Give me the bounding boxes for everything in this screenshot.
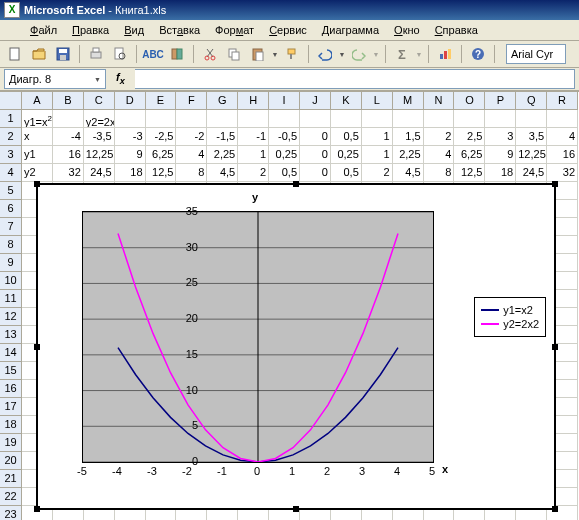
redo-icon[interactable]	[348, 43, 370, 65]
cell[interactable]: 3	[485, 128, 516, 146]
cell[interactable]: 24,5	[84, 164, 115, 182]
row-header[interactable]: 23	[0, 506, 22, 520]
col-header[interactable]: G	[207, 92, 238, 110]
col-header[interactable]: H	[238, 92, 269, 110]
paste-dropdown[interactable]: ▼	[271, 51, 279, 58]
cell[interactable]	[485, 110, 516, 128]
plot-area[interactable]	[82, 211, 434, 463]
cell[interactable]: y1=x2	[22, 110, 53, 128]
row-header[interactable]: 11	[0, 290, 22, 308]
row-header[interactable]: 10	[0, 272, 22, 290]
cell[interactable]: 6,25	[454, 146, 485, 164]
preview-icon[interactable]	[109, 43, 131, 65]
cell[interactable]: 16	[547, 146, 578, 164]
cell[interactable]: 2	[424, 128, 455, 146]
col-header[interactable]: N	[424, 92, 455, 110]
col-header[interactable]: K	[331, 92, 362, 110]
col-header[interactable]: P	[485, 92, 516, 110]
cell[interactable]	[176, 110, 207, 128]
cell[interactable]: 9	[485, 146, 516, 164]
col-header[interactable]: F	[176, 92, 207, 110]
redo-dropdown[interactable]: ▼	[372, 51, 380, 58]
menu-edit[interactable]: Правка	[66, 22, 115, 38]
row-header[interactable]: 8	[0, 236, 22, 254]
row-header[interactable]: 18	[0, 416, 22, 434]
cell[interactable]	[207, 110, 238, 128]
cell[interactable]: 0,25	[331, 146, 362, 164]
cell[interactable]: 2	[238, 164, 269, 182]
cell[interactable]	[115, 110, 146, 128]
menu-chart[interactable]: Диаграмма	[316, 22, 385, 38]
cell[interactable]	[393, 110, 424, 128]
cell[interactable]: 12,5	[454, 164, 485, 182]
cell[interactable]: 0,5	[331, 128, 362, 146]
row-header[interactable]: 4	[0, 164, 22, 182]
cell[interactable]: -3	[115, 128, 146, 146]
copy-icon[interactable]	[223, 43, 245, 65]
cell[interactable]: 2,25	[207, 146, 238, 164]
cell[interactable]: 18	[115, 164, 146, 182]
chart-wizard-icon[interactable]	[434, 43, 456, 65]
cell[interactable]: -1,5	[207, 128, 238, 146]
cell[interactable]	[331, 110, 362, 128]
cell[interactable]: 0,5	[331, 164, 362, 182]
row-header[interactable]: 19	[0, 434, 22, 452]
cell[interactable]: 0	[300, 146, 331, 164]
cell[interactable]: 1	[238, 146, 269, 164]
sum-dropdown[interactable]: ▼	[415, 51, 423, 58]
row-header[interactable]: 9	[0, 254, 22, 272]
cell[interactable]: 8	[176, 164, 207, 182]
cell[interactable]: 12,25	[84, 146, 115, 164]
cell[interactable]: 4	[547, 128, 578, 146]
select-all-corner[interactable]	[0, 92, 22, 110]
cell[interactable]: 12,25	[516, 146, 547, 164]
paste-icon[interactable]	[247, 43, 269, 65]
undo-icon[interactable]	[314, 43, 336, 65]
row-header[interactable]: 7	[0, 218, 22, 236]
cell[interactable]: 1,5	[393, 128, 424, 146]
cell[interactable]	[146, 110, 177, 128]
row-header[interactable]: 2	[0, 128, 22, 146]
chart-object[interactable]: y x y1=x2 y2=2x2 35302520151050 -5-4-3-2…	[36, 183, 556, 510]
name-box[interactable]: Диагр. 8▼	[4, 69, 106, 89]
undo-dropdown[interactable]: ▼	[338, 51, 346, 58]
col-header[interactable]: L	[362, 92, 393, 110]
cell[interactable]: -2	[176, 128, 207, 146]
cell[interactable]: 9	[115, 146, 146, 164]
cell[interactable]	[238, 110, 269, 128]
cell[interactable]	[424, 110, 455, 128]
col-header[interactable]: Q	[516, 92, 547, 110]
formula-input[interactable]	[135, 69, 575, 89]
cell[interactable]: -4	[53, 128, 84, 146]
open-icon[interactable]	[28, 43, 50, 65]
cell[interactable]: 4	[176, 146, 207, 164]
cell[interactable]	[547, 110, 578, 128]
row-header[interactable]: 14	[0, 344, 22, 362]
cell[interactable]: 12,5	[146, 164, 177, 182]
sum-icon[interactable]: Σ	[391, 43, 413, 65]
cell[interactable]: 4,5	[393, 164, 424, 182]
col-header[interactable]: I	[269, 92, 300, 110]
menu-tools[interactable]: Сервис	[263, 22, 313, 38]
cell[interactable]: 6,25	[146, 146, 177, 164]
col-header[interactable]: J	[300, 92, 331, 110]
row-header[interactable]: 21	[0, 470, 22, 488]
cell[interactable]	[269, 110, 300, 128]
cell[interactable]: y1	[22, 146, 53, 164]
cell[interactable]: 24,5	[516, 164, 547, 182]
cell[interactable]: 16	[53, 146, 84, 164]
row-header[interactable]: 13	[0, 326, 22, 344]
cell[interactable]: y2=2x2	[84, 110, 115, 128]
menu-file[interactable]: Файл	[24, 22, 63, 38]
menu-view[interactable]: Вид	[118, 22, 150, 38]
row-header[interactable]: 5	[0, 182, 22, 200]
col-header[interactable]: O	[454, 92, 485, 110]
cell[interactable]: 32	[53, 164, 84, 182]
menu-format[interactable]: Формат	[209, 22, 260, 38]
menu-help[interactable]: Справка	[429, 22, 484, 38]
col-header[interactable]: C	[84, 92, 115, 110]
cell[interactable]	[516, 110, 547, 128]
cell[interactable]: 32	[547, 164, 578, 182]
cell[interactable]: 8	[424, 164, 455, 182]
cell[interactable]: -2,5	[146, 128, 177, 146]
